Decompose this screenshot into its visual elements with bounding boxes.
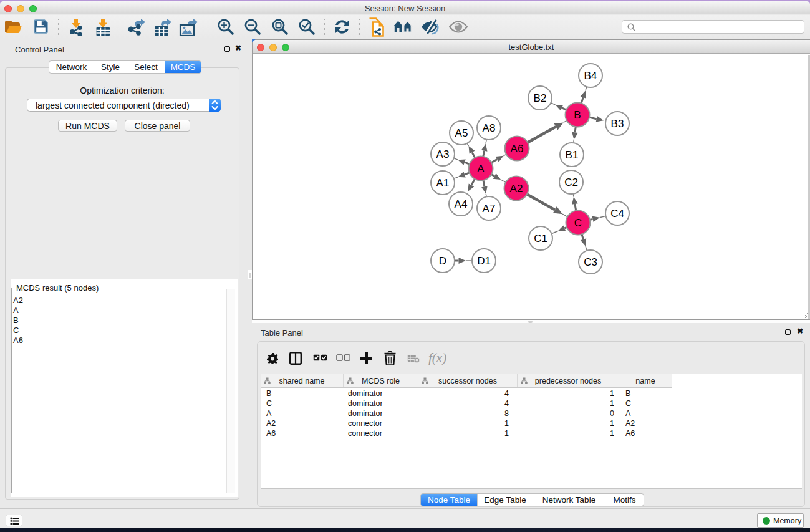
svg-text:C2: C2 bbox=[564, 177, 578, 188]
svg-text:C1: C1 bbox=[534, 233, 547, 244]
svg-text:A4: A4 bbox=[455, 198, 468, 210]
svg-text:A8: A8 bbox=[483, 122, 496, 134]
svg-text:B4: B4 bbox=[584, 70, 597, 82]
svg-text:A1: A1 bbox=[436, 177, 450, 189]
svg-text:A3: A3 bbox=[436, 148, 450, 160]
svg-text:A: A bbox=[477, 163, 485, 175]
svg-text:C: C bbox=[574, 217, 582, 229]
svg-text:B1: B1 bbox=[566, 149, 579, 161]
svg-text:C4: C4 bbox=[610, 208, 624, 220]
svg-text:A5: A5 bbox=[455, 127, 468, 139]
svg-text:B: B bbox=[574, 109, 581, 121]
svg-text:B2: B2 bbox=[534, 92, 547, 104]
svg-text:A6: A6 bbox=[511, 143, 524, 155]
svg-text:A2: A2 bbox=[510, 183, 523, 195]
svg-text:B3: B3 bbox=[611, 118, 624, 130]
svg-text:C3: C3 bbox=[584, 256, 597, 268]
svg-text:D: D bbox=[439, 255, 446, 267]
svg-text:D1: D1 bbox=[477, 255, 491, 267]
svg-text:A7: A7 bbox=[483, 203, 496, 215]
